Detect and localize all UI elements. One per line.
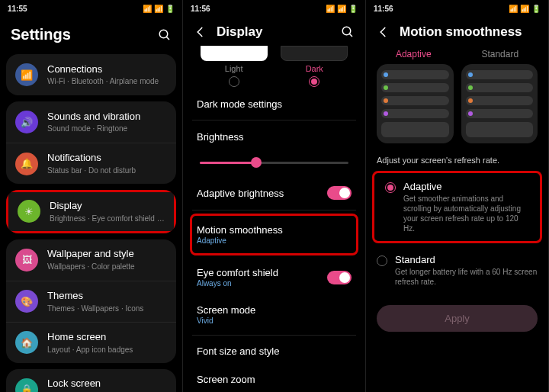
- radio-icon: [377, 255, 387, 266]
- settings-item-home-screen[interactable]: 🏠Home screenLayout · App icon badges: [6, 322, 176, 363]
- option-standard[interactable]: StandardGet longer battery life with a 6…: [366, 246, 548, 294]
- theme-selector: Light Dark: [192, 46, 356, 90]
- category-icon: 📶: [15, 63, 38, 86]
- font-size-style[interactable]: Font size and style: [192, 337, 356, 365]
- header: Motion smoothness: [366, 17, 548, 46]
- theme-light[interactable]: Light: [197, 46, 271, 87]
- settings-item-sounds-and-vibration[interactable]: 🔊Sounds and vibrationSound mode · Ringto…: [6, 101, 176, 143]
- svg-point-0: [159, 30, 168, 38]
- settings-item-lock-screen[interactable]: 🔒Lock screenScreen lock type · Always On…: [6, 369, 176, 392]
- screen-mode[interactable]: Screen modeVivid: [192, 296, 356, 333]
- settings-list: 📶ConnectionsWi-Fi · Bluetooth · Airplane…: [0, 54, 182, 392]
- page-title: Display: [217, 24, 332, 40]
- option-adaptive[interactable]: AdaptiveGet smoother animations and scro…: [372, 171, 542, 243]
- eye-comfort-shield[interactable]: Eye comfort shieldAlways on: [192, 259, 356, 296]
- radio-icon: [385, 182, 396, 193]
- adaptive-brightness[interactable]: Adaptive brightness: [192, 178, 356, 208]
- svg-line-3: [349, 34, 352, 37]
- display-screen: 11:56 📶 📶 🔋 Display Light Dark Dark mode…: [183, 0, 366, 392]
- motion-smoothness-screen: 11:56 📶 📶 🔋 Motion smoothness Adaptive S…: [366, 0, 549, 392]
- status-bar: 11:55 📶 📶 🔋: [0, 0, 182, 17]
- display-list: Light Dark Dark mode settings Brightness…: [183, 46, 365, 392]
- back-icon[interactable]: [194, 25, 207, 39]
- category-icon: 🖼: [15, 249, 38, 272]
- radio-icon: [309, 76, 319, 87]
- svg-line-1: [166, 37, 169, 40]
- preview-card: [461, 64, 538, 143]
- category-icon: 🔔: [15, 153, 38, 175]
- category-icon: 🏠: [15, 331, 38, 354]
- page-title: Motion smoothness: [400, 24, 538, 40]
- category-icon: 🔊: [15, 111, 38, 133]
- mode-tabs: Adaptive Standard: [366, 46, 548, 64]
- tab-standard[interactable]: Standard: [481, 49, 518, 59]
- category-icon: 🎨: [15, 290, 38, 313]
- header: Display: [183, 17, 365, 46]
- settings-item-connections[interactable]: 📶ConnectionsWi-Fi · Bluetooth · Airplane…: [6, 54, 176, 95]
- motion-smoothness[interactable]: Motion smoothnessAdaptive: [190, 214, 358, 255]
- preview-card: [377, 64, 454, 143]
- description: Adjust your screen's refresh rate.: [366, 151, 548, 168]
- status-icons: 📶 📶 🔋: [509, 5, 541, 13]
- settings-item-display[interactable]: ☀DisplayBrightness · Eye comfort shield …: [6, 190, 176, 233]
- status-bar: 11:56 📶 📶 🔋: [366, 0, 548, 17]
- toggle-icon[interactable]: [327, 271, 352, 284]
- status-bar: 11:56 📶 📶 🔋: [183, 0, 365, 17]
- screen-zoom[interactable]: Screen zoom: [192, 365, 356, 392]
- settings-item-notifications[interactable]: 🔔NotificationsStatus bar · Do not distur…: [6, 143, 176, 184]
- header: Settings: [0, 17, 182, 54]
- settings-screen: 11:55 📶 📶 🔋 Settings 📶ConnectionsWi-Fi ·…: [0, 0, 183, 392]
- clock: 11:56: [191, 5, 210, 13]
- category-icon: 🔒: [15, 378, 38, 392]
- body: Adaptive Standard Adjust your screen's r…: [366, 46, 548, 392]
- radio-icon: [229, 76, 239, 87]
- status-icons: 📶 📶 🔋: [143, 5, 175, 13]
- apply-button[interactable]: Apply: [377, 305, 538, 332]
- preview-cards: [366, 64, 548, 151]
- page-title: Settings: [11, 26, 149, 43]
- svg-point-2: [342, 27, 351, 35]
- brightness-label: Brightness: [192, 122, 356, 150]
- search-icon[interactable]: [158, 28, 172, 42]
- status-icons: 📶 📶 🔋: [326, 5, 358, 13]
- settings-item-wallpaper-and-style[interactable]: 🖼Wallpaper and styleWallpapers · Color p…: [6, 239, 176, 281]
- back-icon[interactable]: [377, 25, 390, 39]
- toggle-icon[interactable]: [327, 186, 352, 200]
- tab-adaptive[interactable]: Adaptive: [396, 49, 432, 59]
- brightness-slider[interactable]: [192, 150, 356, 178]
- clock: 11:56: [374, 5, 393, 13]
- theme-dark[interactable]: Dark: [278, 46, 352, 87]
- search-icon[interactable]: [341, 25, 355, 39]
- settings-item-themes[interactable]: 🎨ThemesThemes · Wallpapers · Icons: [6, 281, 176, 322]
- clock: 11:55: [8, 5, 27, 13]
- category-icon: ☀: [18, 200, 40, 223]
- dark-mode-settings[interactable]: Dark mode settings: [192, 90, 356, 118]
